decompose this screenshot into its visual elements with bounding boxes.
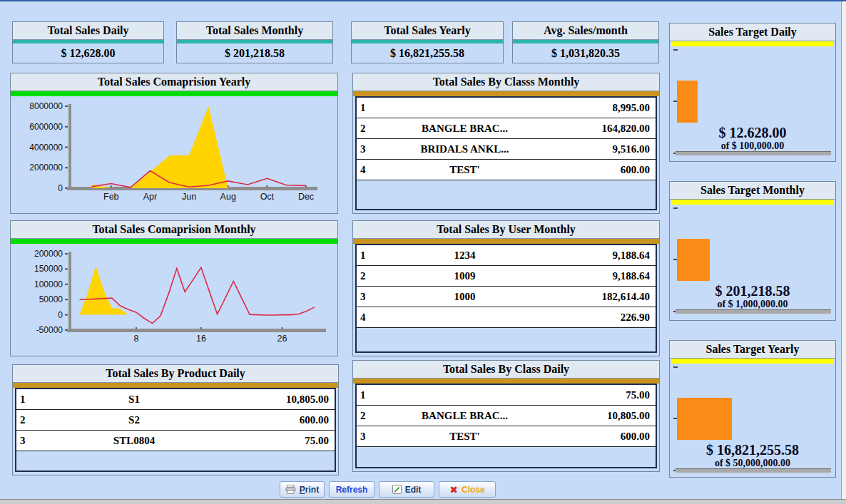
table-row[interactable]: 4 TEST' 600.00	[357, 160, 656, 180]
print-button-label: Print	[300, 485, 319, 495]
row-index: 2	[357, 406, 381, 426]
target-gauge: $ 201,218.58 of $ 1,000,000.00	[671, 205, 834, 319]
row-index: 1	[357, 385, 381, 405]
target-gauge: $ 16,821,255.58 of $ 50,000,000.00	[671, 364, 834, 475]
close-button[interactable]: ✖ Close	[439, 481, 496, 498]
table-row[interactable]: 1 1234 9,188.64	[357, 245, 656, 266]
row-name	[381, 385, 549, 405]
row-name: 1000	[381, 287, 549, 307]
gauge-tick	[673, 366, 678, 368]
target-title: Sales Target Monthly	[670, 182, 835, 200]
row-name	[381, 307, 549, 327]
svg-text:Aug: Aug	[220, 192, 236, 202]
target-title: Sales Target Yearly	[670, 341, 835, 359]
row-value: 9,188.64	[549, 266, 656, 286]
monthly-comparison-chart: -5000005000010000015000020000081626	[11, 244, 337, 356]
row-value: 75.00	[549, 385, 656, 405]
right-edge-strip	[841, 1, 846, 499]
target-of-value: of $ 50,000,000.00	[671, 458, 834, 469]
row-value: 600.00	[549, 426, 656, 446]
row-value: 9,188.64	[549, 245, 656, 265]
row-index: 2	[357, 266, 381, 286]
gold-accent-bar	[353, 379, 659, 384]
table-row[interactable]: 4 226.90	[357, 307, 656, 328]
row-value: 10,805.00	[549, 406, 656, 426]
svg-text:0: 0	[58, 183, 63, 193]
chart-title: Total Sales Comaprision Monthly	[11, 221, 337, 239]
sales-by-product-daily-panel: Total Sales By Product Daily 1 S1 10,805…	[12, 364, 339, 475]
table-row[interactable]: 1 8,995.00	[357, 98, 656, 118]
card-title: Avg. Sales/month	[513, 22, 658, 40]
row-index: 3	[357, 287, 381, 307]
row-value: 10,805.00	[228, 389, 335, 409]
row-index: 3	[357, 139, 381, 159]
gauge-tick	[673, 207, 678, 209]
target-progress-bar	[677, 81, 698, 123]
edit-button[interactable]: Edit	[379, 481, 434, 498]
table-row[interactable]: 3 TEST' 600.00	[357, 426, 656, 447]
target-of-value: of $ 100,000.00	[671, 140, 834, 152]
summary-card-yearly: Total Sales Yearly $ 16,821,255.58	[351, 21, 504, 63]
svg-text:8: 8	[134, 334, 139, 344]
print-button[interactable]: Print	[280, 481, 325, 498]
table-row[interactable]: 2 BANGLE BRAC... 164,820.00	[357, 118, 656, 139]
row-name: 1009	[381, 266, 549, 286]
table-row[interactable]: 2 BANGLE BRAC... 10,805.00	[357, 406, 656, 426]
sales-by-class-monthly-panel: Total Sales By Classs Monthly 1 8,995.00…	[352, 73, 660, 214]
yellow-accent-bar	[671, 200, 834, 205]
table-row[interactable]: 2 1009 9,188.64	[357, 266, 656, 287]
svg-text:26: 26	[277, 334, 287, 344]
row-index: 2	[16, 410, 41, 430]
refresh-button[interactable]: Refresh	[329, 481, 374, 498]
table-row[interactable]: 1 75.00	[357, 385, 656, 406]
target-baseline	[676, 468, 831, 473]
row-value: 8,995.00	[549, 98, 656, 118]
target-progress-bar	[677, 398, 732, 440]
data-table: 1 8,995.00 2 BANGLE BRAC... 164,820.00 3…	[355, 96, 657, 210]
target-of-value: of $ 1,000,000.00	[671, 299, 834, 310]
svg-text:4000000: 4000000	[29, 143, 63, 153]
row-value: 226.90	[549, 307, 656, 327]
close-icon: ✖	[449, 485, 458, 495]
svg-text:200000: 200000	[34, 249, 63, 259]
table-title: Total Sales By Class Daily	[353, 361, 659, 379]
row-name: TEST'	[381, 160, 549, 180]
svg-text:100000: 100000	[34, 279, 63, 289]
row-value: 182,614.40	[549, 287, 656, 307]
chart-title: Total Sales Comaprision Yearly	[11, 73, 337, 91]
sales-by-class-daily-panel: Total Sales By Class Daily 1 75.00 2 BAN…	[352, 360, 660, 472]
svg-text:2000000: 2000000	[29, 163, 63, 173]
sales-by-user-monthly-panel: Total Sales By User Monthly 1 1234 9,188…	[352, 220, 660, 356]
row-index: 1	[357, 98, 381, 118]
yellow-accent-bar	[671, 359, 834, 364]
summary-card-monthly: Total Sales Monthly $ 201,218.58	[176, 21, 333, 63]
target-value: $ 16,821,255.58	[671, 442, 834, 458]
table-title: Total Sales By Product Daily	[13, 365, 338, 383]
svg-text:50000: 50000	[39, 294, 63, 304]
yearly-comparison-chart-panel: Total Sales Comaprision Yearly 020000004…	[10, 73, 338, 214]
table-row[interactable]: 2 S2 600.00	[16, 410, 335, 431]
svg-text:Oct: Oct	[260, 192, 275, 202]
row-value: 75.00	[228, 431, 335, 451]
sales-target-daily-panel: Sales Target Daily $ 12.628.00 of $ 100,…	[669, 23, 836, 162]
table-row[interactable]: 3 STL0804 75.00	[16, 431, 335, 451]
sales-dashboard-window: Total Sales Daily $ 12,628.00 Total Sale…	[0, 0, 846, 504]
gold-accent-bar	[353, 239, 659, 244]
svg-text:16: 16	[196, 334, 206, 344]
row-name: 1234	[381, 245, 549, 265]
table-title: Total Sales By User Monthly	[353, 221, 659, 239]
row-value: 600.00	[228, 410, 335, 430]
row-index: 1	[357, 245, 381, 265]
table-row[interactable]: 3 1000 182,614.40	[357, 287, 656, 307]
table-title: Total Sales By Classs Monthly	[353, 73, 659, 91]
row-name: TEST'	[381, 426, 549, 446]
table-row[interactable]: 3 BRIDALS ANKL... 9,516.00	[357, 139, 656, 160]
row-index: 2	[357, 118, 381, 138]
table-row[interactable]: 1 S1 10,805.00	[16, 389, 335, 410]
row-name: BANGLE BRAC...	[381, 118, 549, 138]
row-name: BANGLE BRAC...	[381, 406, 549, 426]
svg-text:Apr: Apr	[143, 192, 157, 202]
svg-text:Jun: Jun	[182, 192, 196, 202]
row-name: BRIDALS ANKL...	[381, 139, 549, 159]
gold-accent-bar	[353, 91, 659, 96]
